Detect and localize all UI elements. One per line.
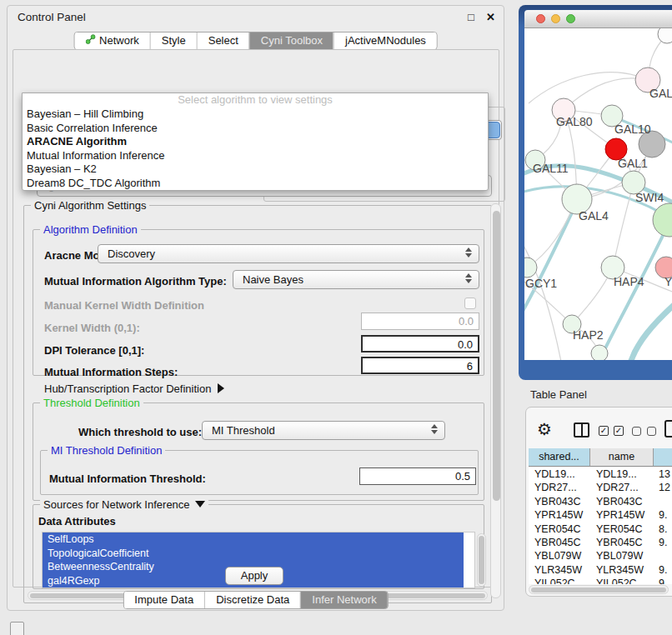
mi-type-value: Naive Bayes [243,273,303,286]
table-hscrollbar[interactable] [529,585,669,594]
tab-select[interactable]: Select [197,32,249,49]
tab-jactivemnodules[interactable]: jActiveMNodules [333,32,437,49]
table-cell: 9. [654,563,667,577]
mi-steps-field[interactable]: 6 [361,357,479,374]
algorithm-menu-item[interactable]: Mutual Information Inference [23,149,488,163]
table-cell: YLR345W [529,563,590,577]
tab-style[interactable]: Style [150,32,197,49]
which-threshold-value: MI Threshold [212,424,275,437]
dpi-tolerance-field[interactable]: 0.0 [361,335,479,352]
table-cell [654,549,659,562]
minimize-traffic-icon[interactable] [551,14,560,23]
node-right-green[interactable] [653,203,672,237]
node-label-swi4: SWI4 [635,191,664,204]
network-window-titlebar[interactable] [524,10,672,28]
node-gcy1[interactable] [524,258,537,278]
table-column-header[interactable]: name [590,448,654,466]
sources-title[interactable]: Sources for Network Inference [40,498,208,511]
cyni-tab-impute-data[interactable]: Impute Data [123,592,204,608]
mi-threshold-field[interactable]: 0.5 [359,468,476,485]
checked-checkbox-icon[interactable]: ✓ [599,426,609,436]
table-row[interactable]: YBR043CYBR043C [529,495,672,508]
attribute-list-item[interactable]: TopologicalCoefficient [43,547,464,561]
attributes-scrollbar[interactable] [477,533,486,587]
cyni-bottom-tabs: Impute DataDiscretize DataInfer Network [123,591,388,609]
algorithm-menu-item[interactable]: Dream8 DC_TDC Algorithm [23,177,488,191]
kernel-width-label: Kernel Width (0,1): [44,322,140,334]
node-label-y: Y [664,275,672,288]
settings-vscrollbar[interactable] [490,203,501,598]
table-row[interactable]: YDR27...YDR27...12 [529,481,672,494]
column-layout-icon[interactable] [574,422,589,438]
table-row[interactable]: YER054CYER054C8. [529,522,672,536]
manual-kernel-checkbox[interactable] [464,298,476,309]
algorithm-menu-item[interactable]: Bayesian – K2 [23,162,488,177]
cyni-tab-infer-network[interactable]: Infer Network [300,592,387,608]
node-label-gal10: GAL10 [614,122,651,136]
table-cell: YBL079W [529,549,590,562]
close-traffic-icon[interactable] [536,14,545,23]
table-row[interactable]: YBL079WYBL079W [529,549,672,562]
unchecked-checkbox-icon[interactable] [647,427,656,436]
table-cell: YLR345W [590,563,654,577]
float-window-icon[interactable]: □ [468,11,474,23]
mi-type-select[interactable]: Naive Bayes [233,270,479,289]
algorithm-menu-item[interactable]: Basic Correlation Inference [23,122,488,136]
table-row[interactable]: YDL19...YDL19...13 [529,468,672,481]
node-label-hap4: HAP4 [614,275,644,288]
table-column-header[interactable]: shared... [529,448,590,466]
network-graph: GALGAL80GAL10GAL1GAL11SWI4GAL4GCY1HAP4YH… [524,28,672,360]
cyni-tab-label: Infer Network [312,592,376,608]
combo-spinner-icon [465,273,474,283]
threshold-definition-title: Threshold Definition [40,397,143,409]
apply-button[interactable]: Apply [225,567,283,585]
tab-network[interactable]: Network [74,32,150,49]
table-row[interactable]: YLR345WYLR345W9. [529,563,672,577]
zoom-traffic-icon[interactable] [566,14,575,23]
collapse-arrow-icon [195,501,205,508]
table-row[interactable]: YPR145WYPR145W9. [529,508,672,522]
combo-spinner-icon [431,424,439,434]
mi-steps-value: 6 [467,360,473,372]
tab-label: Cyni Toolbox [261,32,323,49]
algorithm-menu-item[interactable]: ARACNE Algorithm [23,135,488,149]
table-row[interactable]: YBR045CYBR045C9. [529,536,672,549]
gear-icon[interactable]: ⚙ [537,419,552,439]
algorithm-dropdown-popup: Select algorithm to view settings Bayesi… [22,92,489,191]
sources-title-label: Sources for Network Inference [43,498,190,511]
mi-threshold-value: 0.5 [455,470,470,482]
node-label-gcy1: GCY1 [525,277,557,290]
aracne-mode-select[interactable]: Discovery [98,244,479,263]
tab-cyni-toolbox[interactable]: Cyni Toolbox [249,32,333,49]
dock-panel-icon[interactable] [10,622,24,635]
which-threshold-select[interactable]: MI Threshold [202,421,445,440]
node-bottom[interactable] [591,345,608,360]
table-column-header[interactable] [654,448,672,466]
table-row[interactable]: YIL052CYIL052C9. [529,577,672,584]
table-cell: YIL052C [590,577,654,584]
table-cell: 12 [654,481,670,494]
table-cell: YBR045C [529,536,590,549]
close-icon[interactable]: ✕ [486,11,495,23]
table-body: YDL19...YDL19...13YDR27...YDR27...12YBR0… [529,468,672,584]
algorithm-menu-item[interactable]: Bayesian – Hill Climbing [23,108,488,122]
node-label-gal11: GAL11 [533,162,569,175]
aracne-mode-value: Discovery [108,248,155,260]
new-table-icon[interactable] [664,420,672,438]
tab-label: jActiveMNodules [345,32,426,49]
unchecked-checkbox-icon[interactable] [632,427,641,436]
attribute-list-item[interactable]: SelfLoops [43,532,464,547]
node-top-right[interactable] [658,28,672,43]
network-view-window: GALGAL80GAL10GAL1GAL11SWI4GAL4GCY1HAP4YH… [519,5,672,380]
data-attributes-label: Data Attributes [38,515,116,528]
cyni-tab-discretize-data[interactable]: Discretize Data [204,592,300,608]
popup-placeholder: Select algorithm to view settings [23,93,488,108]
network-canvas[interactable]: GALGAL80GAL10GAL1GAL11SWI4GAL4GCY1HAP4YH… [524,28,672,360]
tab-label: Style [162,32,186,49]
kernel-width-field: 0.0 [361,312,479,330]
table-cell: 9. [654,536,667,549]
cyni-tab-label: Discretize Data [216,592,289,608]
table-cell: YPR145W [529,508,590,522]
checked-checkbox-icon[interactable]: ✓ [614,426,624,436]
hub-definition-toggle[interactable]: Hub/Transcription Factor Definition [44,382,224,395]
